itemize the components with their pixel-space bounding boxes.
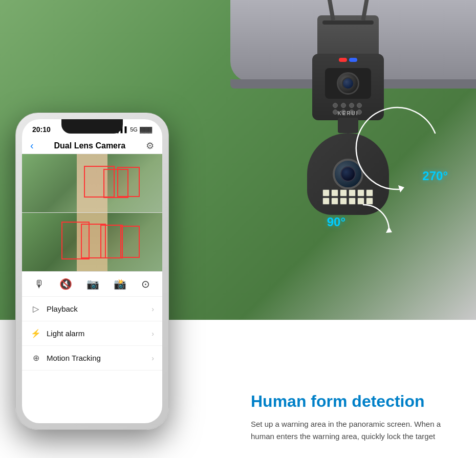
camera-device: KERUI: [282, 15, 415, 281]
phone-mockup: 20:10 ▌▌▌ 5G ▓▓▓ ‹ Dual Lens Camera ⚙: [15, 113, 179, 440]
alarm-light-blue: [349, 58, 357, 62]
feature-desc: Set up a warning area in the panoramic s…: [251, 418, 461, 443]
light-alarm-chevron: ›: [152, 330, 154, 338]
phone-frame: 20:10 ▌▌▌ 5G ▓▓▓ ‹ Dual Lens Camera ⚙: [15, 113, 169, 430]
led-dot: [340, 198, 347, 205]
led-dot: [349, 198, 356, 205]
feature-description: Human form detection Set up a warning ar…: [251, 391, 461, 443]
detection-box-7: [120, 226, 140, 258]
top-lens-inner: [342, 77, 354, 90]
ptz-lens: [333, 159, 363, 189]
top-feed-background: [22, 154, 162, 212]
playback-icon: ▷: [30, 304, 41, 314]
bottom-feed-background: [22, 213, 162, 271]
bottom-camera-feed: [22, 213, 162, 272]
feature-title: Human form detection: [251, 391, 461, 411]
led-dot: [366, 189, 373, 197]
camera-ptz: [307, 118, 389, 220]
menu-left-motion-tracking: ⊕ Motion Tracking: [30, 353, 101, 363]
led-dot: [340, 189, 347, 197]
motion-tracking-label: Motion Tracking: [47, 354, 101, 362]
battery-icon: ▓▓▓: [140, 126, 152, 133]
top-lens-outer: [337, 72, 359, 95]
playback-label: Playback: [47, 304, 78, 313]
led-dot: [349, 189, 356, 197]
menu-item-motion-tracking[interactable]: ⊕ Motion Tracking ›: [22, 346, 162, 370]
led-dot: [366, 198, 373, 205]
control-bar: 🎙 🔇 📷 📸 ⊙: [22, 272, 162, 297]
motion-tracking-chevron: ›: [152, 354, 154, 362]
phone-notch: [61, 119, 123, 134]
mic-icon[interactable]: 🎙: [34, 278, 45, 290]
camera-top-body: KERUI: [312, 54, 384, 120]
led-dot: [357, 189, 364, 197]
led-dot: [331, 189, 338, 197]
alarm-light-red: [339, 58, 347, 62]
phone-screen: 20:10 ▌▌▌ 5G ▓▓▓ ‹ Dual Lens Camera ⚙: [22, 119, 162, 423]
ptz-neck: [338, 118, 358, 133]
more-icon[interactable]: ⊙: [141, 278, 150, 290]
video-icon[interactable]: 📷: [86, 278, 99, 290]
alarm-lights: [339, 58, 357, 62]
ir-dot: [341, 103, 346, 108]
detection-box-3: [117, 167, 140, 197]
ir-dot: [333, 103, 338, 108]
ir-dot: [357, 103, 362, 108]
led-dot: [357, 198, 364, 205]
light-alarm-label: Light alarm: [47, 329, 84, 338]
brand-label: KERUI: [337, 111, 358, 116]
rotation-90-label: 90°: [327, 215, 345, 229]
menu-item-light-alarm[interactable]: ⚡ Light alarm ›: [22, 321, 162, 346]
led-dot: [331, 198, 338, 205]
settings-button[interactable]: ⚙: [146, 140, 154, 151]
playback-chevron: ›: [152, 305, 154, 313]
menu-item-playback[interactable]: ▷ Playback ›: [22, 297, 162, 321]
detection-box-6: [100, 225, 123, 258]
motion-tracking-icon: ⊕: [30, 353, 41, 363]
top-camera-feed: [22, 154, 162, 213]
light-alarm-icon: ⚡: [30, 329, 41, 338]
led-dot: [322, 189, 330, 197]
rotation-270-label: 270°: [422, 169, 448, 183]
nav-title: Dual Lens Camera: [54, 141, 126, 150]
back-button[interactable]: ‹: [30, 140, 34, 151]
ptz-body: [307, 133, 389, 215]
led-dot: [322, 198, 330, 205]
led-strip: [322, 189, 374, 205]
menu-left-light-alarm: ⚡ Light alarm: [30, 329, 84, 338]
ptz-lens-inner: [340, 166, 356, 182]
top-lens-area: [325, 68, 371, 99]
nav-bar: ‹ Dual Lens Camera ⚙: [22, 138, 162, 154]
camera-mount: [317, 15, 379, 56]
volume-icon[interactable]: 🔇: [59, 278, 72, 290]
camera-icon[interactable]: 📸: [114, 278, 126, 290]
status-time: 20:10: [32, 125, 51, 134]
menu-left-playback: ▷ Playback: [30, 304, 78, 314]
ir-dot: [349, 103, 354, 108]
